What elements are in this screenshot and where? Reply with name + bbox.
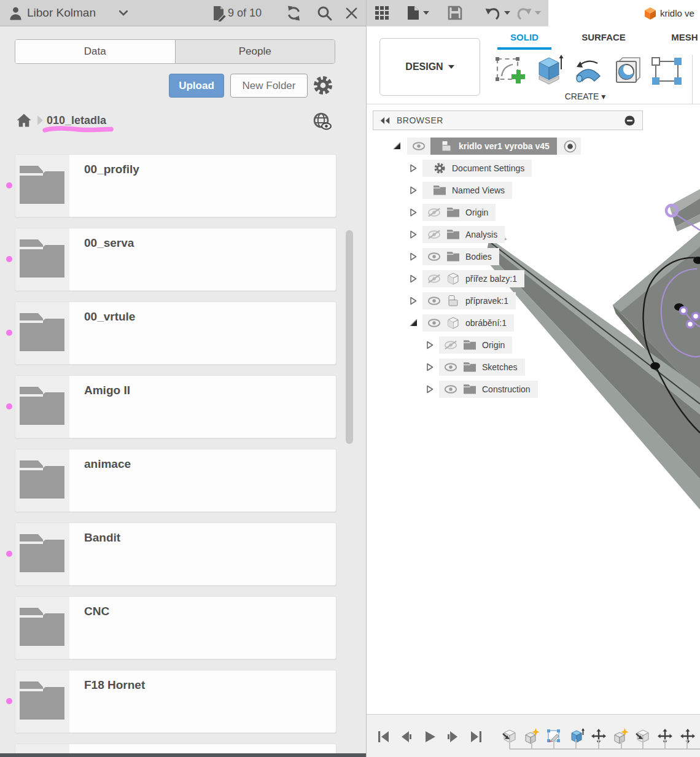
tree-node-named-views[interactable]: Named Views [367, 182, 700, 199]
tab-solid[interactable]: SOLID [496, 32, 553, 44]
eye-visible-icon[interactable] [427, 252, 441, 262]
activate-component-radio[interactable] [557, 139, 577, 153]
tab-mesh[interactable]: MESH [660, 32, 700, 44]
tree-collapsed-arrow-icon[interactable] [426, 385, 435, 394]
folder-icon-zone [15, 155, 69, 217]
tree-node-kridlo-ver1-vyroba-v45[interactable]: kridlo ver1 vyroba v45 [367, 138, 700, 155]
eye-visible-icon[interactable] [412, 141, 426, 151]
folder-card[interactable]: animace [15, 449, 336, 512]
search-icon[interactable] [316, 5, 333, 21]
tree-node-obr-b-n-1[interactable]: obrábění:1 [367, 314, 700, 332]
eye-hidden-icon[interactable] [427, 208, 441, 217]
gear-icon[interactable] [312, 74, 334, 96]
tree-collapsed-arrow-icon[interactable] [410, 230, 418, 239]
folder-card[interactable]: 00_vrtule [15, 301, 336, 365]
tree-collapsed-arrow-icon[interactable] [410, 297, 418, 305]
eye-visible-icon[interactable] [427, 318, 441, 328]
folder-card[interactable]: F18 Hornet [15, 670, 336, 733]
folder-card[interactable]: Amigo II [15, 375, 336, 438]
undo-dropdown-icon[interactable] [504, 11, 510, 15]
folder-icon-zone [15, 449, 69, 511]
save-icon[interactable] [448, 6, 462, 20]
new-folder-button[interactable]: New Folder [230, 74, 308, 98]
folder-icon [441, 206, 459, 219]
step-forward-icon[interactable] [445, 729, 460, 744]
tree-collapsed-arrow-icon[interactable] [410, 208, 418, 217]
design-dropdown[interactable]: DESIGN [379, 38, 480, 96]
tree-node-analysis[interactable]: Analysis [367, 226, 700, 243]
data-people-tabs: Data People [15, 39, 335, 64]
minus-circle-icon[interactable] [624, 115, 635, 126]
tree-node-bodies[interactable]: Bodies [367, 248, 700, 265]
close-icon[interactable] [344, 6, 359, 20]
user-name[interactable]: Libor Kolman [27, 0, 96, 26]
redo-dropdown-icon[interactable] [535, 11, 541, 15]
ribbon-group-divider [692, 55, 693, 110]
tree-collapsed-arrow-icon[interactable] [410, 164, 418, 173]
grid-icon[interactable] [375, 6, 389, 20]
extrude-icon[interactable] [532, 53, 566, 87]
skip-end-icon[interactable] [469, 729, 483, 744]
tree-node-origin[interactable]: Origin [367, 336, 700, 354]
timeline-group-bracket [502, 737, 700, 753]
file-new-icon[interactable] [407, 6, 419, 20]
tree-node-document-settings[interactable]: Document Settings [367, 160, 700, 177]
tree-node-p-pravek-1[interactable]: přípravek:1 [367, 292, 700, 309]
browser-title: BROWSER [397, 111, 443, 130]
tree-collapsed-arrow-icon[interactable] [426, 341, 435, 349]
file-dropdown-icon[interactable] [423, 11, 429, 15]
tree-node-sketches[interactable]: Sketches [367, 359, 700, 376]
folder-icon-zone [15, 670, 69, 732]
eye-visible-icon[interactable] [427, 296, 441, 306]
tree-collapsed-arrow-icon[interactable] [410, 274, 418, 283]
eye-visible-icon[interactable] [444, 362, 457, 372]
tab-data[interactable]: Data [15, 40, 175, 63]
redo-icon[interactable] [516, 6, 532, 21]
body-icon [441, 317, 459, 329]
play-icon[interactable] [422, 729, 437, 744]
document-tab[interactable]: kridlo ve [660, 0, 700, 26]
globe-eye-icon[interactable] [313, 112, 332, 131]
tree-collapsed-arrow-icon[interactable] [410, 186, 418, 195]
folder-card[interactable]: CNC [15, 596, 336, 659]
design-caret-icon [448, 65, 454, 69]
home-icon[interactable] [17, 114, 31, 127]
folder-icon-zone [15, 228, 69, 290]
shared-status-dot [6, 403, 12, 410]
step-back-icon[interactable] [399, 729, 414, 744]
body-icon [441, 273, 459, 285]
chevron-down-icon[interactable] [119, 10, 128, 16]
tree-node-label: Document Settings [452, 163, 524, 173]
tree-collapsed-arrow-icon[interactable] [426, 363, 435, 371]
folder-card[interactable]: 00_serva [15, 228, 336, 291]
hole-icon[interactable] [612, 53, 645, 87]
tree-expanded-arrow-icon[interactable] [393, 142, 402, 150]
tree-node-p-ez-balzy-1[interactable]: přířez balzy:1 [367, 270, 700, 287]
folder-card-partial[interactable] [15, 743, 336, 754]
collapse-panel-icon[interactable] [379, 117, 391, 125]
viewport-3d[interactable]: BROWSER kridlo ver1 vyroba v45Document S… [367, 104, 700, 714]
skip-start-icon[interactable] [376, 729, 391, 744]
eye-hidden-icon[interactable] [444, 340, 457, 350]
tree-node-construction[interactable]: Construction [367, 381, 700, 398]
eye-hidden-icon[interactable] [427, 274, 441, 284]
design-dropdown-label: DESIGN [405, 61, 443, 72]
eye-visible-icon[interactable] [444, 384, 457, 394]
eye-hidden-icon[interactable] [427, 230, 441, 239]
pattern-icon[interactable] [650, 53, 683, 87]
refresh-icon[interactable] [286, 5, 302, 21]
folder-card[interactable]: Bandit [15, 522, 336, 586]
tab-surface[interactable]: SURFACE [575, 32, 632, 44]
tree-expanded-arrow-icon[interactable] [410, 319, 418, 327]
create-sketch-icon[interactable] [493, 53, 526, 87]
tree-node-origin[interactable]: Origin [367, 204, 700, 221]
revolve-icon[interactable] [572, 53, 605, 87]
folder-card[interactable]: 00_profily [15, 154, 336, 217]
folder-name: Amigo II [84, 384, 130, 397]
upload-button[interactable]: Upload [169, 74, 224, 98]
data-panel-scrollbar[interactable] [346, 230, 353, 444]
tab-people[interactable]: People [175, 40, 335, 63]
create-group-label[interactable]: CREATE ▾ [554, 91, 616, 101]
tree-collapsed-arrow-icon[interactable] [410, 252, 418, 261]
undo-icon[interactable] [484, 6, 500, 21]
